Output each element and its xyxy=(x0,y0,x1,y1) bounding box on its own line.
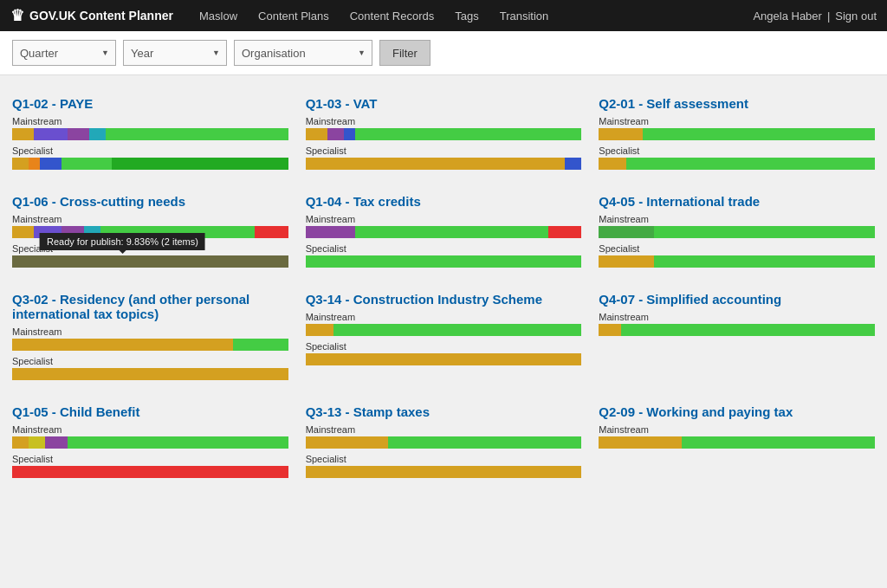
mainstream-bar xyxy=(12,436,288,449)
nav-tags[interactable]: Tags xyxy=(444,0,489,31)
mainstream-label: Mainstream xyxy=(306,312,582,322)
plan-title-q3-02[interactable]: Q3-02 - Residency (and other personal in… xyxy=(12,292,288,321)
bar-segment xyxy=(548,226,581,238)
bar-segment xyxy=(45,436,67,449)
nav-bar: ♛ GOV.UK Content Planner Maslow Content … xyxy=(0,0,887,31)
nav-maslow[interactable]: Maslow xyxy=(189,0,248,31)
bar-segment xyxy=(599,158,626,170)
mainstream-bar xyxy=(599,324,875,336)
mainstream-label: Mainstream xyxy=(599,116,875,126)
specialist-label: Specialist xyxy=(306,243,582,254)
quarter-select[interactable]: Quarter xyxy=(12,40,116,66)
bar-segment xyxy=(84,226,100,238)
plan-title-q4-07[interactable]: Q4-07 - Simplified accounting xyxy=(599,292,875,307)
plan-card-q1-06: Q1-06 - Cross-cutting needsMainstreamSpe… xyxy=(12,184,288,281)
nav-transition[interactable]: Transition xyxy=(489,0,560,31)
plan-title-q3-14[interactable]: Q3-14 - Construction Industry Scheme xyxy=(306,292,582,307)
nav-content-plans[interactable]: Content Plans xyxy=(248,0,340,31)
bar-segment xyxy=(344,128,355,140)
specialist-label: Specialist xyxy=(12,243,288,254)
specialist-bar-wrapper xyxy=(306,353,582,365)
nav-signout[interactable]: Sign out xyxy=(835,10,877,23)
specialist-bar xyxy=(12,158,288,170)
bar-segment xyxy=(106,128,288,140)
filter-button[interactable]: Filter xyxy=(379,40,431,66)
mainstream-bar xyxy=(599,436,875,449)
bar-segment xyxy=(255,226,288,238)
plan-card-q2-01: Q2-01 - Self assessmentMainstreamSpecial… xyxy=(599,86,875,184)
mainstream-label: Mainstream xyxy=(306,214,582,224)
bar-segment xyxy=(355,226,548,238)
bar-segment xyxy=(565,158,581,170)
bar-segment xyxy=(599,226,654,238)
bar-segment xyxy=(34,128,67,140)
plan-title-q1-04[interactable]: Q1-04 - Tax credits xyxy=(306,194,582,209)
specialist-bar-wrapper xyxy=(12,368,288,380)
org-select-wrapper: Organisation xyxy=(234,40,372,66)
plan-card-q1-03: Q1-03 - VATMainstreamSpecialist xyxy=(306,86,582,184)
plan-title-q4-05[interactable]: Q4-05 - International trade xyxy=(599,194,875,209)
bar-segment xyxy=(62,226,83,238)
bar-segment xyxy=(12,339,205,351)
bar-segment xyxy=(12,255,288,268)
bar-segment xyxy=(89,128,106,140)
bar-segment xyxy=(599,255,654,268)
bar-segment xyxy=(306,226,355,238)
specialist-bar-wrapper xyxy=(306,466,582,478)
plan-card-q3-02: Q3-02 - Residency (and other personal in… xyxy=(12,281,288,394)
org-select[interactable]: Organisation xyxy=(234,40,372,66)
bar-segment xyxy=(626,158,875,170)
bar-segment xyxy=(68,128,89,140)
bar-segment xyxy=(34,226,62,238)
mainstream-bar xyxy=(306,226,582,238)
specialist-bar-wrapper xyxy=(599,158,875,170)
bar-segment xyxy=(306,128,327,140)
bar-segment xyxy=(388,436,581,449)
specialist-bar-wrapper: Ready for publish: 9.836% (2 items) xyxy=(12,255,288,268)
bar-segment xyxy=(682,436,875,449)
year-select[interactable]: Year xyxy=(123,40,227,66)
specialist-bar-wrapper xyxy=(306,255,582,268)
bar-segment xyxy=(68,436,288,449)
nav-content-records[interactable]: Content Records xyxy=(340,0,445,31)
bar-segment xyxy=(599,128,643,140)
nav-logo-text: GOV.UK Content Planner xyxy=(29,9,173,23)
mainstream-bar xyxy=(12,339,288,351)
bar-segment xyxy=(62,158,111,170)
nav-username: Angela Haber xyxy=(753,10,822,23)
mainstream-label: Mainstream xyxy=(12,116,288,126)
mainstream-label: Mainstream xyxy=(12,214,288,224)
plan-card-q4-05: Q4-05 - International tradeMainstreamSpe… xyxy=(599,184,875,281)
mainstream-bar xyxy=(306,436,582,449)
specialist-bar xyxy=(306,466,582,478)
plan-card-q3-13: Q3-13 - Stamp taxesMainstreamSpecialist xyxy=(306,394,582,492)
main-content: Q1-02 - PAYEMainstreamSpecialistQ1-03 - … xyxy=(0,75,887,502)
plan-title-q1-03[interactable]: Q1-03 - VAT xyxy=(306,96,582,111)
bar-segment xyxy=(599,324,620,336)
specialist-bar xyxy=(599,255,875,268)
bar-segment xyxy=(654,255,875,268)
specialist-label: Specialist xyxy=(12,454,288,464)
bar-segment xyxy=(306,255,582,268)
specialist-bar xyxy=(306,353,582,365)
bar-segment xyxy=(554,158,565,170)
plan-title-q3-13[interactable]: Q3-13 - Stamp taxes xyxy=(306,404,582,419)
plan-title-q1-06[interactable]: Q1-06 - Cross-cutting needs xyxy=(12,194,288,209)
specialist-label: Specialist xyxy=(599,145,875,156)
plan-card-q3-14: Q3-14 - Construction Industry SchemeMain… xyxy=(306,281,582,394)
plan-title-q2-01[interactable]: Q2-01 - Self assessment xyxy=(599,96,875,111)
plan-title-q1-05[interactable]: Q1-05 - Child Benefit xyxy=(12,404,288,419)
bar-segment xyxy=(40,158,62,170)
year-select-wrapper: Year xyxy=(123,40,227,66)
mainstream-label: Mainstream xyxy=(599,312,875,322)
specialist-bar-wrapper xyxy=(306,158,582,170)
bar-segment xyxy=(205,339,233,351)
mainstream-bar xyxy=(599,128,875,140)
specialist-label: Specialist xyxy=(306,145,582,156)
bar-segment xyxy=(306,466,582,478)
bar-segment xyxy=(306,324,333,336)
bar-segment xyxy=(599,436,682,449)
bar-segment xyxy=(654,226,875,238)
plan-title-q1-02[interactable]: Q1-02 - PAYE xyxy=(12,96,288,111)
plan-title-q2-09[interactable]: Q2-09 - Working and paying tax xyxy=(599,404,875,419)
